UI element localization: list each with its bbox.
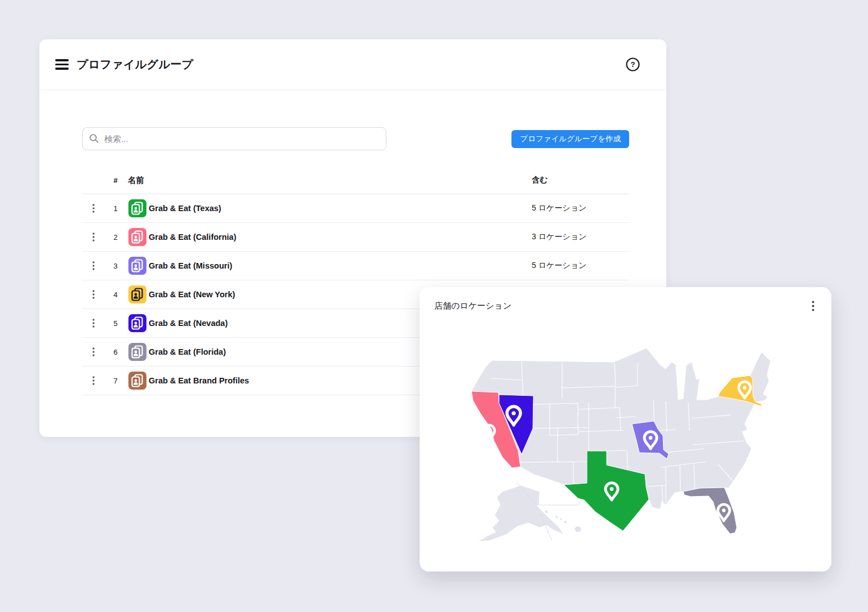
table-header: # 名前 含む (82, 167, 629, 194)
help-icon[interactable]: ? (625, 57, 640, 72)
col-contains: 含む (532, 175, 629, 185)
menu-icon[interactable] (55, 59, 69, 69)
col-name: 名前 (126, 175, 532, 186)
page: { "page": { "background": "#E9E9F1" }, "… (0, 0, 868, 612)
search-icon (89, 133, 99, 144)
store-locations-title: 店舗のロケーション (434, 301, 511, 311)
profile-group-icon (128, 343, 146, 361)
profile-groups-header: プロファイルグループ ? (39, 39, 666, 90)
row-number: 1 (105, 204, 126, 213)
profile-group-icon (128, 228, 146, 246)
group-locations-count: 5 ロケーション (532, 203, 629, 213)
row-menu-icon[interactable] (82, 261, 105, 270)
row-menu-icon[interactable] (82, 233, 105, 242)
group-name: Grab & Eat (California) (149, 233, 532, 242)
table-row[interactable]: 2 Grab & Eat (California) 3 ロケーション (82, 223, 629, 252)
alaska (478, 485, 563, 542)
store-locations-card: 店舗のロケーション (420, 287, 831, 571)
row-number: 2 (105, 233, 126, 242)
row-menu-icon[interactable] (82, 376, 105, 385)
group-name: Grab & Eat (Texas) (149, 204, 532, 213)
row-number: 3 (105, 262, 126, 270)
table-row[interactable]: 1 Grab & Eat (Texas) 5 ロケーション (82, 194, 629, 223)
group-name: Grab & Eat (Missouri) (149, 261, 532, 270)
table-row[interactable]: 3 Grab & Eat (Missouri) 5 ロケーション (82, 252, 629, 280)
row-menu-icon[interactable] (82, 204, 105, 213)
group-locations-count: 3 ロケーション (532, 232, 629, 242)
row-number: 4 (105, 291, 126, 299)
card-menu-icon[interactable] (811, 300, 816, 312)
row-menu-icon[interactable] (82, 290, 105, 299)
row-menu-icon[interactable] (82, 347, 105, 356)
map-pin-california (483, 425, 495, 441)
profile-group-icon (128, 257, 146, 275)
us-map (468, 346, 800, 543)
profile-group-icon (128, 285, 146, 303)
group-locations-count: 5 ロケーション (532, 261, 629, 271)
row-menu-icon[interactable] (82, 319, 105, 328)
row-number: 5 (105, 319, 126, 328)
col-number: # (105, 176, 126, 185)
profile-group-icon (128, 199, 146, 217)
search-box (82, 127, 386, 150)
row-number: 6 (105, 348, 126, 356)
create-profile-group-button[interactable]: プロファイルグループを作成 (511, 130, 629, 148)
row-number: 7 (105, 377, 126, 385)
profile-group-icon (128, 372, 146, 390)
page-title: プロファイルグループ (77, 57, 193, 72)
search-input[interactable] (82, 127, 386, 150)
profile-group-icon (128, 314, 146, 332)
toolbar: プロファイルグループを作成 (82, 127, 629, 150)
svg-text:?: ? (631, 60, 635, 69)
